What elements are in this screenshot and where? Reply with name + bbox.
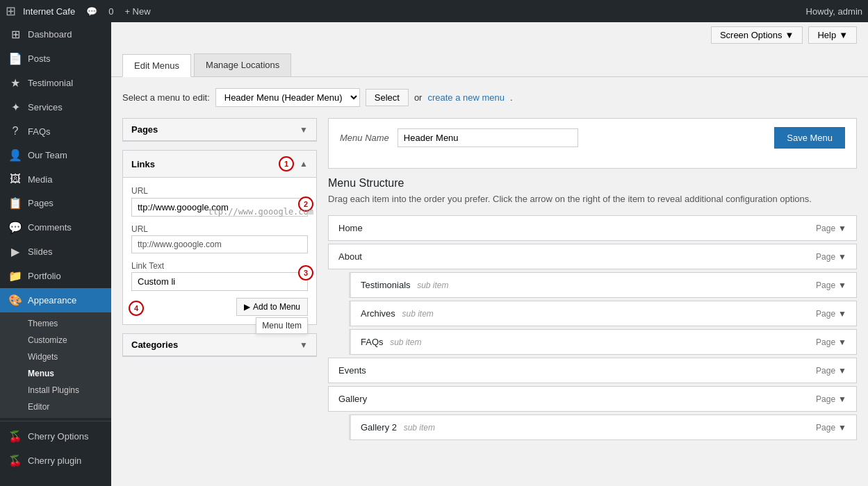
our-team-icon: 👤 — [8, 149, 22, 162]
content-inner: Select a menu to edit: Header Menu (Head… — [111, 77, 868, 454]
menu-item-gallery-type: Page ▼ — [816, 394, 846, 404]
appearance-icon: 🎨 — [8, 294, 22, 307]
sidebar-label-dashboard: Dashboard — [28, 29, 72, 40]
portfolio-icon: 📁 — [8, 269, 22, 283]
create-new-menu-link[interactable]: create a new menu — [427, 92, 505, 103]
sidebar-divider — [0, 421, 111, 421]
pages-chevron-icon: ▼ — [300, 125, 308, 135]
menu-name-row: Menu Name Save Menu — [340, 127, 845, 149]
sidebar-item-cherry-plugin[interactable]: 🍒 Cherry plugin — [0, 449, 111, 473]
menu-name-label: Menu Name — [340, 133, 389, 143]
menu-item-events-expand[interactable]: ▼ — [838, 366, 846, 376]
menu-item-home-expand[interactable]: ▼ — [838, 224, 846, 233]
menu-item-about-expand[interactable]: ▼ — [838, 252, 846, 262]
url-row: URL ttp://www.gooogle.com — [131, 224, 308, 253]
comment-icon: 💬 — [86, 6, 97, 17]
sidebar-item-faqs[interactable]: ? FAQs — [0, 119, 111, 143]
menu-description: Drag each item into the order you prefer… — [328, 194, 857, 204]
links-accordion-header[interactable]: Links 1 ▲ — [123, 151, 316, 178]
categories-accordion-title: Categories — [131, 340, 178, 350]
help-button[interactable]: Help ▼ — [808, 26, 857, 44]
menu-item-gallery2-expand[interactable]: ▼ — [838, 423, 846, 433]
step3-circle: 3 — [298, 265, 313, 280]
sidebar-item-comments[interactable]: 💬 Comments — [0, 215, 111, 240]
sidebar-item-media[interactable]: 🖼 Media — [0, 167, 111, 191]
menu-item-gallery2-type: Page ▼ — [816, 423, 846, 433]
menu-name-input[interactable] — [398, 128, 578, 147]
howdy-text: Howdy, admin — [806, 6, 862, 17]
dashboard-icon: ⊞ — [8, 28, 22, 41]
sidebar-item-services[interactable]: ✦ Services — [0, 95, 111, 119]
link-text-input[interactable] — [131, 272, 308, 291]
wp-logo[interactable]: ⊞ — [6, 3, 16, 19]
sidebar-item-editor[interactable]: Editor — [22, 399, 111, 415]
url-display-value: ttp://www.gooogle.com — [208, 207, 313, 217]
categories-accordion: Categories ▼ — [122, 333, 317, 357]
menu-item-faqs-expand[interactable]: ▼ — [838, 337, 846, 347]
menu-item-about-name: About — [338, 251, 362, 262]
new-button[interactable]: + New — [124, 6, 150, 17]
pages-icon: 📋 — [8, 196, 22, 210]
screen-options-bar: Screen Options ▼ Help ▼ — [111, 22, 868, 48]
sidebar-label-portfolio: Portfolio — [28, 271, 61, 281]
sidebar-item-pages[interactable]: 📋 Pages — [0, 191, 111, 215]
step1-circle: 1 — [279, 156, 294, 171]
select-menu-label: Select a menu to edit: — [122, 92, 210, 103]
categories-accordion-header[interactable]: Categories ▼ — [123, 334, 316, 356]
services-icon: ✦ — [8, 101, 22, 114]
site-name[interactable]: Internet Cafe — [23, 6, 75, 17]
url-static-label: URL — [131, 224, 148, 234]
menu-item-archives-expand[interactable]: ▼ — [838, 309, 846, 319]
sidebar-item-appearance[interactable]: 🎨 Appearance — [0, 288, 111, 312]
menu-item-testimonials-name: Testimonials sub item — [361, 280, 449, 290]
tab-manage-locations[interactable]: Manage Locations — [194, 53, 291, 76]
menu-structure-section: Menu Structure Drag each item into the o… — [328, 177, 857, 440]
menu-select[interactable]: Header Menu (Header Menu) — [215, 88, 360, 107]
sidebar-label-faqs: FAQs — [28, 126, 51, 137]
tabs-bar: Edit Menus Manage Locations — [111, 48, 868, 77]
save-menu-button[interactable]: Save Menu — [774, 127, 845, 149]
menu-item-events: Events Page ▼ — [328, 358, 857, 383]
sidebar-item-customize[interactable]: Customize — [22, 332, 111, 349]
sidebar-item-cherry-options[interactable]: 🍒 Cherry Options — [0, 424, 111, 449]
sidebar-label-testimonial: Testimonial — [28, 78, 73, 88]
comment-count[interactable]: 0 — [108, 6, 113, 17]
menu-item-gallery-expand[interactable]: ▼ — [838, 394, 846, 404]
pages-accordion: Pages ▼ — [122, 118, 317, 142]
sidebar-item-posts[interactable]: 📄 Posts — [0, 47, 111, 71]
left-panel: Pages ▼ Links 1 — [122, 118, 317, 443]
menu-item-faqs-type: Page ▼ — [816, 337, 846, 347]
menu-item-events-name: Events — [338, 365, 366, 376]
tab-edit-menus[interactable]: Edit Menus — [122, 54, 191, 77]
sidebar-label-cherry-plugin: Cherry plugin — [28, 455, 81, 466]
help-chevron: ▼ — [839, 30, 848, 40]
sidebar-item-widgets[interactable]: Widgets — [22, 349, 111, 365]
sidebar-item-themes[interactable]: Themes — [22, 315, 111, 332]
sidebar-label-our-team: Our Team — [28, 150, 67, 160]
sidebar-item-testimonial[interactable]: ★ Testimonial — [0, 71, 111, 95]
menu-structure-title: Menu Structure — [328, 177, 857, 190]
sidebar-item-dashboard[interactable]: ⊞ Dashboard — [0, 22, 111, 47]
testimonial-icon: ★ — [8, 76, 22, 90]
menu-item-faqs: FAQs sub item Page ▼ — [349, 329, 857, 355]
menu-item-archives-type: Page ▼ — [816, 309, 846, 319]
add-to-menu-button[interactable]: ▶ Add to Menu — [236, 298, 308, 316]
screen-options-chevron: ▼ — [785, 30, 794, 40]
pages-accordion-title: Pages — [131, 124, 158, 135]
pages-accordion-header[interactable]: Pages ▼ — [123, 119, 316, 141]
top-bar: ⊞ Internet Cafe 💬 0 + New Howdy, admin — [0, 0, 868, 22]
sidebar-item-portfolio[interactable]: 📁 Portfolio — [0, 264, 111, 288]
sidebar-item-menus[interactable]: Menus — [22, 365, 111, 382]
menu-item-tooltip: Menu Item — [256, 317, 308, 334]
screen-options-button[interactable]: Screen Options ▼ — [711, 26, 803, 44]
menu-item-testimonials-expand[interactable]: ▼ — [838, 280, 846, 290]
content-area: Screen Options ▼ Help ▼ Edit Menus Manag… — [111, 22, 868, 486]
menu-item-gallery-name: Gallery — [338, 394, 367, 404]
url-label: URL — [131, 186, 308, 196]
sidebar-item-slides[interactable]: ▶ Slides — [0, 240, 111, 264]
cherry-options-icon: 🍒 — [8, 430, 22, 443]
cherry-plugin-icon: 🍒 — [8, 454, 22, 467]
select-menu-button[interactable]: Select — [366, 89, 409, 106]
sidebar-item-our-team[interactable]: 👤 Our Team — [0, 143, 111, 167]
sidebar-item-install-plugins[interactable]: Install Plugins — [22, 382, 111, 399]
